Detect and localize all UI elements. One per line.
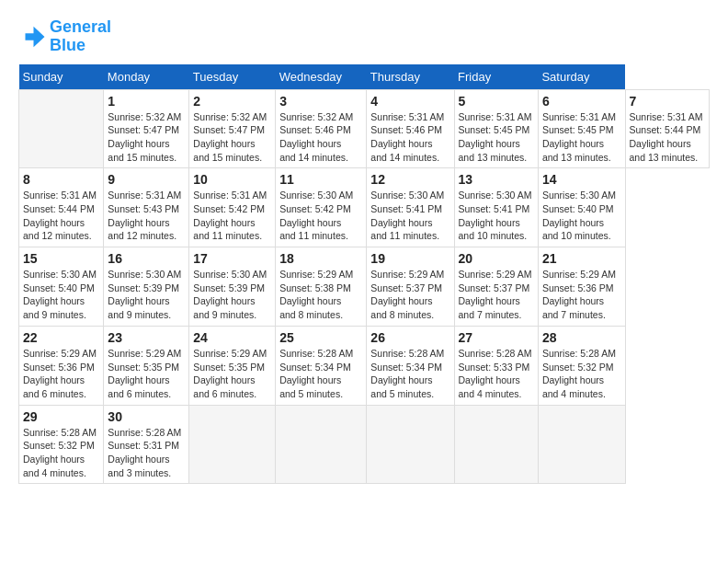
day-number: 18 bbox=[279, 251, 362, 266]
day-info: Sunrise: 5:32 AMSunset: 5:47 PMDaylight … bbox=[193, 110, 271, 165]
day-info: Sunrise: 5:28 AMSunset: 5:32 PMDaylight … bbox=[542, 347, 621, 401]
day-info: Sunrise: 5:29 AMSunset: 5:37 PMDaylight … bbox=[370, 268, 449, 322]
day-number: 20 bbox=[459, 251, 534, 266]
weekday-header-monday: Monday bbox=[104, 64, 189, 90]
calendar-week-5: 29Sunrise: 5:28 AMSunset: 5:32 PMDayligh… bbox=[19, 405, 710, 484]
day-number: 3 bbox=[279, 94, 362, 109]
weekday-header-wednesday: Wednesday bbox=[276, 64, 367, 90]
calendar-cell: 19Sunrise: 5:29 AMSunset: 5:37 PMDayligh… bbox=[367, 247, 454, 327]
day-info: Sunrise: 5:28 AMSunset: 5:31 PMDaylight … bbox=[108, 426, 185, 480]
calendar-cell: 23Sunrise: 5:29 AMSunset: 5:35 PMDayligh… bbox=[104, 326, 189, 405]
calendar-cell: 7Sunrise: 5:31 AMSunset: 5:44 PMDaylight… bbox=[625, 89, 709, 168]
calendar-cell bbox=[276, 405, 367, 484]
calendar-cell: 24Sunrise: 5:29 AMSunset: 5:35 PMDayligh… bbox=[189, 326, 276, 405]
day-number: 9 bbox=[108, 172, 185, 187]
day-number: 6 bbox=[542, 94, 621, 109]
day-number: 23 bbox=[108, 330, 185, 345]
day-number: 4 bbox=[370, 94, 449, 109]
calendar-cell: 5Sunrise: 5:31 AMSunset: 5:45 PMDaylight… bbox=[454, 89, 538, 168]
calendar-cell bbox=[538, 405, 625, 484]
day-number: 10 bbox=[193, 172, 271, 187]
calendar-cell: 12Sunrise: 5:30 AMSunset: 5:41 PMDayligh… bbox=[367, 168, 454, 247]
day-number: 14 bbox=[542, 172, 621, 187]
day-number: 22 bbox=[23, 330, 99, 345]
calendar-cell bbox=[19, 89, 104, 168]
calendar-cell bbox=[189, 405, 276, 484]
calendar-cell: 21Sunrise: 5:29 AMSunset: 5:36 PMDayligh… bbox=[538, 247, 625, 327]
day-info: Sunrise: 5:31 AMSunset: 5:46 PMDaylight … bbox=[370, 110, 449, 165]
calendar-cell: 18Sunrise: 5:29 AMSunset: 5:38 PMDayligh… bbox=[276, 247, 367, 327]
day-info: Sunrise: 5:29 AMSunset: 5:37 PMDaylight … bbox=[459, 268, 534, 322]
svg-marker-0 bbox=[26, 27, 45, 48]
day-info: Sunrise: 5:30 AMSunset: 5:39 PMDaylight … bbox=[108, 268, 185, 322]
day-info: Sunrise: 5:30 AMSunset: 5:40 PMDaylight … bbox=[542, 189, 621, 243]
day-info: Sunrise: 5:29 AMSunset: 5:35 PMDaylight … bbox=[108, 347, 185, 401]
calendar-cell: 4Sunrise: 5:31 AMSunset: 5:46 PMDaylight… bbox=[367, 89, 454, 168]
calendar-cell bbox=[367, 405, 454, 484]
calendar-cell bbox=[454, 405, 538, 484]
day-info: Sunrise: 5:31 AMSunset: 5:44 PMDaylight … bbox=[630, 110, 705, 165]
day-info: Sunrise: 5:30 AMSunset: 5:42 PMDaylight … bbox=[279, 189, 362, 243]
day-number: 17 bbox=[193, 251, 271, 266]
day-number: 1 bbox=[108, 94, 185, 109]
day-number: 12 bbox=[370, 172, 449, 187]
logo-icon bbox=[18, 23, 46, 51]
day-info: Sunrise: 5:31 AMSunset: 5:45 PMDaylight … bbox=[459, 110, 534, 165]
day-number: 16 bbox=[108, 251, 185, 266]
calendar-week-2: 8Sunrise: 5:31 AMSunset: 5:44 PMDaylight… bbox=[19, 168, 710, 247]
day-number: 21 bbox=[542, 251, 621, 266]
day-info: Sunrise: 5:28 AMSunset: 5:33 PMDaylight … bbox=[459, 347, 534, 401]
calendar-cell: 26Sunrise: 5:28 AMSunset: 5:34 PMDayligh… bbox=[367, 326, 454, 405]
calendar-cell: 1Sunrise: 5:32 AMSunset: 5:47 PMDaylight… bbox=[104, 89, 189, 168]
day-info: Sunrise: 5:31 AMSunset: 5:43 PMDaylight … bbox=[108, 189, 185, 243]
day-number: 8 bbox=[23, 172, 99, 187]
calendar-cell: 16Sunrise: 5:30 AMSunset: 5:39 PMDayligh… bbox=[104, 247, 189, 327]
day-info: Sunrise: 5:29 AMSunset: 5:36 PMDaylight … bbox=[542, 268, 621, 322]
day-number: 19 bbox=[370, 251, 449, 266]
weekday-header-saturday: Saturday bbox=[538, 64, 625, 90]
calendar-cell: 3Sunrise: 5:32 AMSunset: 5:46 PMDaylight… bbox=[276, 89, 367, 168]
day-number: 11 bbox=[279, 172, 362, 187]
day-info: Sunrise: 5:32 AMSunset: 5:47 PMDaylight … bbox=[108, 110, 185, 165]
calendar-cell: 2Sunrise: 5:32 AMSunset: 5:47 PMDaylight… bbox=[189, 89, 276, 168]
day-number: 28 bbox=[542, 330, 621, 345]
day-info: Sunrise: 5:32 AMSunset: 5:46 PMDaylight … bbox=[279, 110, 362, 165]
day-info: Sunrise: 5:30 AMSunset: 5:41 PMDaylight … bbox=[370, 189, 449, 243]
day-number: 5 bbox=[459, 94, 534, 109]
day-number: 26 bbox=[370, 330, 449, 345]
calendar-cell: 6Sunrise: 5:31 AMSunset: 5:45 PMDaylight… bbox=[538, 89, 625, 168]
weekday-header-friday: Friday bbox=[454, 64, 538, 90]
day-info: Sunrise: 5:29 AMSunset: 5:38 PMDaylight … bbox=[279, 268, 362, 322]
calendar-cell: 15Sunrise: 5:30 AMSunset: 5:40 PMDayligh… bbox=[19, 247, 104, 327]
day-number: 27 bbox=[459, 330, 534, 345]
day-number: 30 bbox=[108, 409, 185, 424]
calendar-cell: 20Sunrise: 5:29 AMSunset: 5:37 PMDayligh… bbox=[454, 247, 538, 327]
calendar-cell: 13Sunrise: 5:30 AMSunset: 5:41 PMDayligh… bbox=[454, 168, 538, 247]
day-info: Sunrise: 5:31 AMSunset: 5:44 PMDaylight … bbox=[23, 189, 99, 243]
calendar-week-1: 1Sunrise: 5:32 AMSunset: 5:47 PMDaylight… bbox=[19, 89, 710, 168]
day-info: Sunrise: 5:31 AMSunset: 5:42 PMDaylight … bbox=[193, 189, 271, 243]
day-number: 13 bbox=[459, 172, 534, 187]
day-info: Sunrise: 5:29 AMSunset: 5:36 PMDaylight … bbox=[23, 347, 99, 401]
calendar-cell: 27Sunrise: 5:28 AMSunset: 5:33 PMDayligh… bbox=[454, 326, 538, 405]
calendar-cell: 25Sunrise: 5:28 AMSunset: 5:34 PMDayligh… bbox=[276, 326, 367, 405]
day-info: Sunrise: 5:30 AMSunset: 5:41 PMDaylight … bbox=[459, 189, 534, 243]
calendar-week-3: 15Sunrise: 5:30 AMSunset: 5:40 PMDayligh… bbox=[19, 247, 710, 327]
day-number: 24 bbox=[193, 330, 271, 345]
weekday-header-sunday: Sunday bbox=[19, 64, 104, 90]
calendar-cell: 11Sunrise: 5:30 AMSunset: 5:42 PMDayligh… bbox=[276, 168, 367, 247]
day-info: Sunrise: 5:31 AMSunset: 5:45 PMDaylight … bbox=[542, 110, 621, 165]
day-info: Sunrise: 5:30 AMSunset: 5:40 PMDaylight … bbox=[23, 268, 99, 322]
day-number: 15 bbox=[23, 251, 99, 266]
day-number: 7 bbox=[630, 94, 705, 109]
calendar-table: SundayMondayTuesdayWednesdayThursdayFrid… bbox=[18, 64, 710, 485]
weekday-header-tuesday: Tuesday bbox=[189, 64, 276, 90]
day-info: Sunrise: 5:29 AMSunset: 5:35 PMDaylight … bbox=[193, 347, 271, 401]
day-number: 2 bbox=[193, 94, 271, 109]
day-info: Sunrise: 5:28 AMSunset: 5:34 PMDaylight … bbox=[370, 347, 449, 401]
day-info: Sunrise: 5:28 AMSunset: 5:32 PMDaylight … bbox=[23, 426, 99, 480]
day-number: 25 bbox=[279, 330, 362, 345]
calendar-cell: 9Sunrise: 5:31 AMSunset: 5:43 PMDaylight… bbox=[104, 168, 189, 247]
logo-text: General Blue bbox=[50, 18, 111, 55]
calendar-cell: 22Sunrise: 5:29 AMSunset: 5:36 PMDayligh… bbox=[19, 326, 104, 405]
